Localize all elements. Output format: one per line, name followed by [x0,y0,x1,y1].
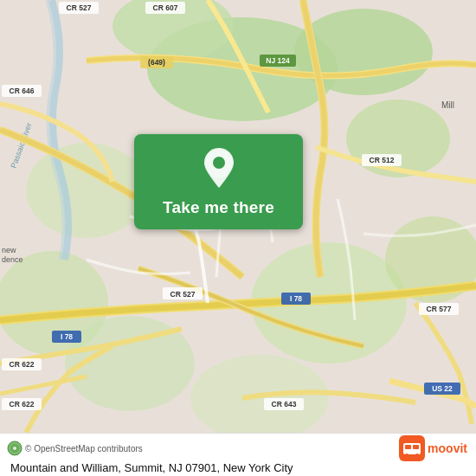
svg-rect-52 [413,445,419,449]
svg-text:dence: dence [2,255,23,264]
footer-bar: © OpenStreetMap contributors moovit Moun… [0,433,476,476]
moovit-icon [399,435,425,461]
svg-text:US 22: US 22 [432,384,453,393]
svg-text:NJ 124: NJ 124 [266,56,290,65]
osm-logo-icon [7,441,23,456]
svg-point-54 [415,453,419,457]
button-label: Take me there [163,198,274,217]
svg-text:Mill: Mill [441,100,454,110]
osm-text: © OpenStreetMap contributors [25,444,143,453]
svg-text:CR 607: CR 607 [153,3,178,12]
svg-text:CR 643: CR 643 [272,400,297,408]
map-container: Passaic River [0,0,476,433]
svg-text:CR 577: CR 577 [427,305,452,313]
svg-text:CR 527: CR 527 [170,290,196,299]
map-pin-icon [200,146,238,191]
svg-text:CR 646: CR 646 [10,87,35,95]
svg-text:(649): (649) [148,58,165,67]
svg-point-45 [213,157,225,169]
svg-text:I 78: I 78 [61,332,73,341]
svg-text:CR 512: CR 512 [370,156,395,164]
svg-point-48 [13,447,16,450]
svg-rect-51 [405,445,411,449]
footer-address-row: Mountain and William, Summit, NJ 07901, … [7,461,467,474]
svg-text:I 78: I 78 [290,294,302,303]
svg-text:CR 622: CR 622 [10,400,35,408]
moovit-text: moovit [428,441,467,455]
svg-text:CR 527: CR 527 [67,3,92,12]
footer-content: © OpenStreetMap contributors moovit Moun… [7,435,467,474]
location-address: Mountain and William, Summit, NJ 07901, … [7,461,467,474]
footer-top-row: © OpenStreetMap contributors moovit [7,435,467,461]
svg-point-53 [405,453,408,457]
moovit-logo: moovit [399,435,467,461]
svg-text:CR 622: CR 622 [10,360,35,369]
take-me-there-button[interactable]: Take me there [134,134,303,229]
svg-text:new: new [2,246,16,254]
osm-attribution: © OpenStreetMap contributors [7,441,143,456]
